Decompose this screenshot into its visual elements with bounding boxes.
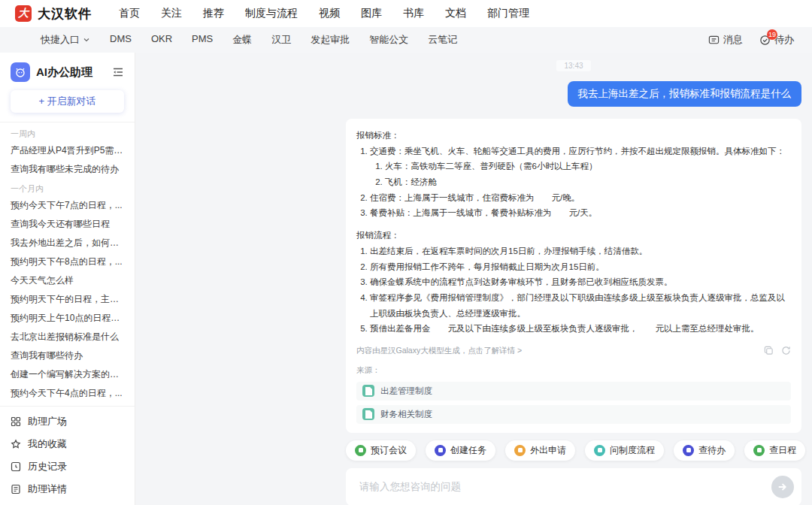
collapse-sidebar-icon[interactable] (112, 67, 124, 77)
flow-step: 所有费用报销工作不跨年，每月报销截止日期为次月15日前。 (370, 259, 791, 275)
generation-note-link[interactable]: 内容由星汉Galaxy大模型生成，点击了解详情 > (356, 343, 522, 358)
todo-button[interactable]: 19 待办 (759, 33, 794, 47)
chip-icon (355, 445, 366, 456)
sidebar-item-favorites[interactable]: 我的收藏 (0, 433, 135, 455)
sidebar-item-history[interactable]: 历史记录 (0, 455, 135, 478)
top-nav-item[interactable]: 视频 (319, 7, 340, 20)
body: AI办公助理 + 开启新对话 一周内 产品经理从P4晋升到P5需要...查询我有… (0, 53, 812, 505)
quick-link[interactable]: 金蝶 (232, 33, 252, 47)
chat-history-list: 一周内 产品经理从P4晋升到P5需要...查询我有哪些未完成的待办 一个月内 预… (0, 122, 135, 406)
flow-step: 预借出差备用金 元及以下由连续多级上级至板块负责人逐级审批， 元以上需至总经理处… (370, 321, 791, 337)
sidebar-item-assistant-plaza[interactable]: 助理广场 (0, 410, 135, 433)
chat-column: 13:43 我去上海出差之后，报销标准和报销流程是什么 报销标准： 交通费：乘坐… (346, 53, 801, 505)
assistant-icon (11, 62, 30, 82)
top-nav-item[interactable]: 推荐 (203, 7, 224, 20)
quick-link[interactable]: DMS (110, 33, 132, 47)
source-doc-icon (362, 408, 374, 420)
history-group-week: 产品经理从P4晋升到P5需要...查询我有哪些未完成的待办 (0, 141, 135, 179)
messages-label: 消息 (723, 33, 743, 47)
chat-history-item[interactable]: 查询我有哪些未完成的待办 (0, 160, 135, 179)
quick-link[interactable]: 云笔记 (428, 33, 457, 47)
quick-link[interactable]: PMS (192, 33, 213, 47)
quick-action-chip[interactable]: 查日程 (744, 440, 805, 461)
history-group-month: 预约今天下午7点的日程，...查询我今天还有哪些日程我去外地出差之后，如何报销预… (0, 196, 135, 406)
quick-action-chip[interactable]: 外出申请 (505, 440, 575, 461)
send-button[interactable] (771, 476, 794, 498)
source-item[interactable]: 财务相关制度 (356, 405, 791, 424)
chat-history-item[interactable]: 预约今天下午7点的日程，... (0, 196, 135, 215)
sidebar-item-assistant-details[interactable]: 助理详情 (0, 478, 135, 500)
standard-item: 餐费补贴：上海属于一线城市，餐费补贴标准为 元/天。 (370, 205, 791, 221)
chat-history-item[interactable]: 预约今天下午4点的日程，... (0, 384, 135, 403)
sidebar-footer-label: 助理详情 (28, 482, 67, 496)
quick-action-chip[interactable]: 查待办 (674, 440, 735, 461)
sidebar-footer: 助理广场 我的收藏 历史记录 助理详情 (0, 406, 135, 505)
chat-input-bar (346, 468, 801, 505)
chat-history-item[interactable]: 产品经理从P4晋升到P5需要... (0, 141, 135, 160)
top-nav-item[interactable]: 关注 (161, 7, 182, 20)
quick-action-chip[interactable]: 创建任务 (426, 440, 495, 461)
chat-history-item[interactable]: 预约明天下午8点的日程，... (0, 252, 135, 271)
history-group-label: 一周内 (0, 124, 135, 141)
chat-history-item[interactable]: 创建一个编写解决方案的任... (0, 365, 135, 384)
new-chat-button[interactable]: + 开启新对话 (11, 90, 124, 113)
regenerate-icon[interactable] (781, 346, 791, 355)
chat-history-item[interactable]: 预约明天下午的日程，主题... (0, 290, 135, 309)
quick-action-chip[interactable]: 预订会议 (346, 440, 416, 461)
star-icon (11, 439, 21, 449)
standard-item: 住宿费：上海属于一线城市，住宿费标准为 元/晚。 (370, 190, 791, 206)
source-item[interactable]: 出差管理制度 (356, 382, 791, 401)
top-nav-item[interactable]: 部门管理 (487, 7, 529, 20)
chip-label: 查待办 (698, 444, 726, 457)
quick-link[interactable]: 汉卫 (271, 33, 291, 47)
top-nav: 首页关注推荐制度与流程视频图库书库文档部门管理 (119, 7, 529, 20)
chat-history-item[interactable]: 去北京出差报销标准是什么 (0, 328, 135, 346)
chat-main: 13:43 我去上海出差之后，报销标准和报销流程是什么 报销标准： 交通费：乘坐… (135, 53, 812, 505)
send-icon (777, 482, 788, 492)
quick-action-chip[interactable]: 问制度流程 (585, 440, 664, 461)
chip-label: 查日程 (769, 444, 796, 457)
top-nav-item[interactable]: 制度与流程 (245, 7, 298, 20)
message-icon (708, 35, 720, 46)
quick-link[interactable]: 智能公文 (369, 33, 408, 47)
quick-entry-dropdown[interactable]: 快捷入口 (41, 33, 90, 47)
app-root: 大 大汉软件 首页关注推荐制度与流程视频图库书库文档部门管理 快捷入口 DMSO… (0, 0, 812, 505)
chat-history-item[interactable]: 查询我今天还有哪些日程 (0, 215, 135, 234)
chip-icon (435, 445, 446, 456)
chat-history-item[interactable]: 查询我有哪些待办 (0, 346, 135, 365)
quick-link[interactable]: OKR (151, 33, 172, 47)
quick-action-chips: 预订会议 创建任务 外出申请 (346, 440, 801, 461)
source-title: 财务相关制度 (380, 407, 432, 422)
top-nav-item[interactable]: 图库 (361, 7, 382, 20)
chip-label: 外出申请 (530, 444, 566, 457)
top-nav-item[interactable]: 首页 (119, 7, 140, 20)
logo-text: 大汉软件 (38, 5, 92, 23)
flow-step: 审签程序参见《费用报销管理制度》，部门经理及以下职级由连续多级上级至板块负责人逐… (370, 290, 791, 321)
chat-history-item[interactable]: 今天天气怎么样 (0, 271, 135, 290)
logo[interactable]: 大 大汉软件 (15, 5, 92, 23)
sidebar-footer-label: 助理广场 (28, 415, 67, 428)
sources-label: 来源： (356, 363, 791, 377)
sidebar-footer-label: 历史记录 (28, 460, 67, 473)
quickbar-right: 消息 19 待办 (708, 33, 794, 47)
top-nav-item[interactable]: 文档 (445, 7, 466, 20)
chat-history-item[interactable]: 我去外地出差之后，如何报销 (0, 234, 135, 252)
flow-step: 出差结束后，在返程车票时间的次月15日前，办理报销手续，结清借款。 (370, 243, 791, 259)
standard-item-text: 交通费：乘坐飞机、火车、轮船等交通工具的费用，应厉行节约，并按不超出规定限额报销… (370, 147, 785, 156)
history-group-label: 一个月内 (0, 179, 135, 196)
chip-icon (683, 445, 694, 456)
copy-icon[interactable] (764, 346, 774, 355)
timestamp-chip: 13:43 (556, 60, 590, 71)
top-nav-item[interactable]: 书库 (403, 7, 424, 20)
messages-button[interactable]: 消息 (708, 33, 743, 47)
standard-subitem: 火车：高铁动车二等座、普列硬卧（需6小时以上车程） (385, 159, 791, 174)
quick-link[interactable]: 发起审批 (311, 33, 350, 47)
assistant-sidebar: AI办公助理 + 开启新对话 一周内 产品经理从P4晋升到P5需要...查询我有… (0, 53, 135, 505)
chat-history-item[interactable]: 预约明天上午10点的日程，... (0, 309, 135, 328)
chip-label: 问制度流程 (610, 444, 655, 457)
chat-input[interactable] (358, 480, 771, 493)
standard-sublist: 火车：高铁动车二等座、普列硬卧（需6小时以上车程） 飞机：经济舱 (370, 159, 791, 189)
user-message-bubble: 我去上海出差之后，报销标准和报销流程是什么 (568, 81, 802, 107)
sidebar-footer-label: 我的收藏 (28, 437, 67, 451)
assistant-title: AI办公助理 (36, 65, 106, 80)
